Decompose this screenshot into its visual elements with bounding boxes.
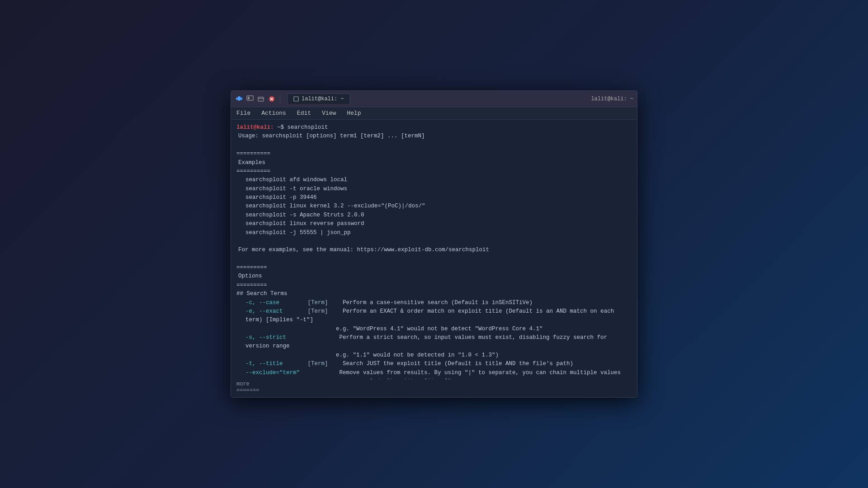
ex2: searchsploit -t oracle windows (236, 185, 632, 193)
flag-s-note: e.g. "1.1" would not be detected in "1.0… (236, 351, 632, 360)
bottom-more: more (236, 381, 632, 387)
flag-e: -e, --exact [Term] Perform an EXACT & or… (236, 307, 632, 325)
prompt-symbol: ~$ (274, 123, 288, 132)
usage-line: Usage: searchsploit [options] term1 [ter… (236, 132, 632, 141)
titlebar-left: lalit@kali: ~ (235, 94, 350, 104)
menu-file[interactable]: File (235, 109, 252, 117)
ex5: searchsploit -s Apache Struts 2.0.0 (236, 211, 632, 220)
ex7: searchsploit -j 55555 | json_pp (236, 229, 632, 237)
prompt-user: lalit@kali: (236, 123, 274, 132)
tab-label: lalit@kali: ~ (302, 96, 344, 102)
sep2: ========== (236, 167, 632, 176)
titlebar: lalit@kali: ~ lalit@kali: ~ (231, 91, 637, 107)
ex4: searchsploit linux kernel 3.2 --exclude=… (236, 202, 632, 211)
terminal-window: lalit@kali: ~ lalit@kali: ~ File Actions… (231, 90, 637, 398)
menu-actions[interactable]: Actions (259, 109, 288, 117)
command-text: searchsploit (288, 123, 328, 132)
sep3: ========= (236, 263, 632, 272)
flag-c: -c, --case [Term] Perform a case-sensiti… (236, 299, 632, 307)
close-icon[interactable] (267, 94, 276, 103)
kali-icon[interactable] (235, 94, 244, 103)
manual-line: For more examples, see the manual: https… (236, 246, 632, 254)
menu-bar: File Actions Edit View Help (231, 107, 637, 120)
command-line: lalit@kali: ~$ searchsploit (236, 123, 632, 132)
menu-edit[interactable]: Edit (295, 109, 313, 117)
flag-exclude: --exclude="term" Remove values from resu… (236, 369, 632, 377)
svg-rect-5 (248, 97, 250, 99)
options-header: Options (236, 272, 632, 281)
sep4: ========= (236, 281, 632, 290)
svg-point-3 (237, 96, 241, 101)
bottom-sep: ======= (236, 387, 632, 394)
menu-view[interactable]: View (320, 109, 338, 117)
examples-header: Examples (236, 159, 632, 167)
svg-rect-6 (258, 97, 264, 101)
flag-s: -s, --strict Perform a strict search, so… (236, 333, 632, 351)
ex6: searchsploit linux reverse password (236, 220, 632, 228)
desktop-background: lalit@kali: ~ lalit@kali: ~ File Actions… (0, 0, 868, 488)
menu-help[interactable]: Help (345, 109, 363, 117)
svg-rect-11 (294, 97, 298, 101)
flag-e-note: e.g. "WordPress 4.1" would not be detect… (236, 325, 632, 333)
terminal-body[interactable]: lalit@kali: ~$ searchsploit Usage: searc… (231, 120, 637, 379)
titlebar-separator (280, 94, 280, 103)
terminal-tab[interactable]: lalit@kali: ~ (288, 94, 350, 104)
bottom-bar: more ======= (231, 379, 637, 397)
new-tab-icon[interactable] (245, 94, 255, 103)
ex3: searchsploit -p 39446 (236, 193, 632, 202)
sep1: ========== (236, 150, 632, 158)
window-icon[interactable] (256, 94, 265, 103)
titlebar-right-label: lalit@kali: ~ (591, 96, 633, 102)
search-terms-header: ## Search Terms (236, 290, 632, 298)
tab-area: lalit@kali: ~ (288, 94, 350, 104)
ex1: searchsploit afd windows local (236, 176, 632, 184)
flag-t: -t, --title [Term] Search JUST the explo… (236, 360, 632, 368)
